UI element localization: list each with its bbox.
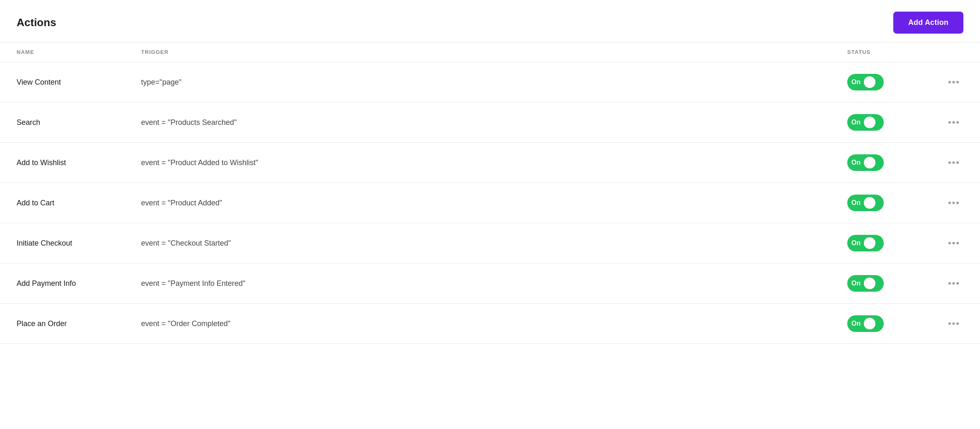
col-header-actions <box>939 49 963 55</box>
table-row: Add to Wishlist event = "Product Added t… <box>0 143 980 183</box>
action-status: On <box>847 235 939 251</box>
status-toggle[interactable]: On <box>847 315 884 332</box>
toggle-label: On <box>851 280 861 287</box>
table-row: Initiate Checkout event = "Checkout Star… <box>0 223 980 263</box>
action-trigger: event = "Payment Info Entered" <box>141 279 847 288</box>
action-status: On <box>847 114 939 131</box>
action-name: Place an Order <box>17 319 141 328</box>
status-toggle[interactable]: On <box>847 195 884 211</box>
row-actions: ••• <box>939 236 963 250</box>
add-action-button[interactable]: Add Action <box>893 12 963 34</box>
more-options-button[interactable]: ••• <box>945 236 963 250</box>
action-status: On <box>847 315 939 332</box>
table-body: View Content type="page" On ••• Search e… <box>0 62 980 344</box>
status-toggle[interactable]: On <box>847 275 884 292</box>
more-options-button[interactable]: ••• <box>945 317 963 331</box>
more-options-button[interactable]: ••• <box>945 156 963 170</box>
action-trigger: event = "Checkout Started" <box>141 239 847 248</box>
action-trigger: event = "Product Added" <box>141 199 847 207</box>
toggle-label: On <box>851 199 861 207</box>
action-trigger: event = "Products Searched" <box>141 118 847 127</box>
col-header-trigger: TRIGGER <box>141 49 847 55</box>
action-trigger: event = "Product Added to Wishlist" <box>141 158 847 167</box>
toggle-label: On <box>851 78 861 86</box>
status-toggle[interactable]: On <box>847 154 884 171</box>
more-options-button[interactable]: ••• <box>945 276 963 290</box>
action-name: Initiate Checkout <box>17 239 141 248</box>
row-actions: ••• <box>939 115 963 129</box>
table-row: Place an Order event = "Order Completed"… <box>0 304 980 344</box>
action-name: View Content <box>17 78 141 87</box>
action-name: Add to Cart <box>17 199 141 207</box>
page-title: Actions <box>17 16 56 29</box>
status-toggle[interactable]: On <box>847 235 884 251</box>
action-status: On <box>847 74 939 90</box>
action-status: On <box>847 195 939 211</box>
action-status: On <box>847 275 939 292</box>
row-actions: ••• <box>939 75 963 89</box>
toggle-label: On <box>851 159 861 166</box>
status-toggle[interactable]: On <box>847 114 884 131</box>
row-actions: ••• <box>939 276 963 290</box>
status-toggle[interactable]: On <box>847 74 884 90</box>
more-options-button[interactable]: ••• <box>945 115 963 129</box>
action-name: Search <box>17 118 141 127</box>
toggle-knob <box>864 278 875 289</box>
toggle-label: On <box>851 239 861 247</box>
page-container: Actions Add Action NAME TRIGGER STATUS V… <box>0 0 980 429</box>
row-actions: ••• <box>939 196 963 210</box>
action-name: Add Payment Info <box>17 279 141 288</box>
more-options-button[interactable]: ••• <box>945 75 963 89</box>
table-row: Add Payment Info event = "Payment Info E… <box>0 263 980 304</box>
toggle-knob <box>864 318 875 329</box>
toggle-label: On <box>851 320 861 327</box>
table-row: View Content type="page" On ••• <box>0 62 980 102</box>
toggle-label: On <box>851 119 861 126</box>
col-header-status: STATUS <box>847 49 939 55</box>
page-header: Actions Add Action <box>0 0 980 42</box>
table-row: Add to Cart event = "Product Added" On •… <box>0 183 980 223</box>
action-trigger: event = "Order Completed" <box>141 319 847 328</box>
row-actions: ••• <box>939 156 963 170</box>
toggle-knob <box>864 157 875 168</box>
toggle-knob <box>864 237 875 249</box>
action-name: Add to Wishlist <box>17 158 141 167</box>
row-actions: ••• <box>939 317 963 331</box>
action-status: On <box>847 154 939 171</box>
toggle-knob <box>864 197 875 209</box>
toggle-knob <box>864 117 875 128</box>
action-trigger: type="page" <box>141 78 847 87</box>
actions-table: NAME TRIGGER STATUS View Content type="p… <box>0 42 980 344</box>
table-row: Search event = "Products Searched" On ••… <box>0 102 980 143</box>
toggle-knob <box>864 76 875 88</box>
col-header-name: NAME <box>17 49 141 55</box>
table-header: NAME TRIGGER STATUS <box>0 42 980 62</box>
more-options-button[interactable]: ••• <box>945 196 963 210</box>
